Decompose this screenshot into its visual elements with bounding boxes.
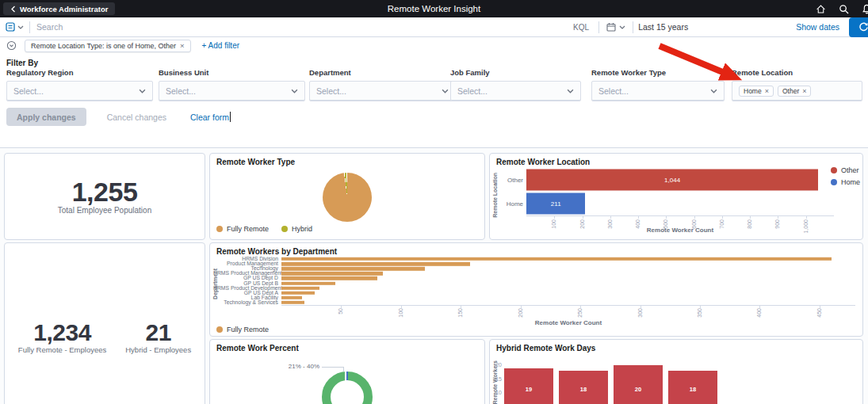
- field-label: Department: [309, 68, 456, 77]
- back-breadcrumb-label: Workforce Administrator: [20, 5, 108, 13]
- kql-toggle[interactable]: KQL: [564, 23, 598, 32]
- cancel-changes-button[interactable]: Cancel changes: [107, 112, 166, 122]
- bar[interactable]: [281, 257, 832, 261]
- legend-dot: [216, 226, 223, 232]
- job-family-select[interactable]: Select...: [450, 81, 581, 101]
- bell-icon[interactable]: [861, 3, 868, 14]
- bar[interactable]: [281, 262, 470, 265]
- chevron-left-icon: [10, 6, 16, 13]
- remote-location-select[interactable]: Home × Other ×: [732, 81, 862, 101]
- apply-changes-button[interactable]: Apply changes: [6, 108, 86, 126]
- date-picker-quick-menu[interactable]: [599, 22, 633, 32]
- bar[interactable]: [281, 276, 377, 280]
- bar[interactable]: [281, 292, 315, 295]
- pie-chart-remote-worker-type[interactable]: [323, 173, 372, 222]
- search-icon[interactable]: [838, 3, 849, 14]
- bar[interactable]: [281, 296, 302, 299]
- legend-dot: [216, 326, 223, 333]
- bar[interactable]: [281, 267, 425, 270]
- bar-value-label: 211: [526, 200, 585, 208]
- legend-item-fully-remote[interactable]: Fully Remote: [216, 225, 269, 233]
- tick-mark: [722, 216, 723, 219]
- remote-location-tag-home[interactable]: Home ×: [739, 86, 774, 97]
- department-select[interactable]: Select...: [309, 81, 456, 101]
- tick-mark: [583, 216, 583, 219]
- panel-hybrid-remote-work-days: Hybrid Remote Work Days Remote Workers 2…: [489, 339, 863, 404]
- field-label: Remote Location: [732, 68, 862, 77]
- bar-track: 1,044: [526, 168, 834, 192]
- remote-location-tag-other[interactable]: Other ×: [778, 86, 812, 97]
- metric-label: Fully Remote - Employees: [18, 345, 106, 354]
- search-input[interactable]: Search: [30, 22, 564, 32]
- refresh-icon: [858, 22, 868, 32]
- metric-value: 1,234: [33, 321, 91, 345]
- legend-label: Hybrid: [292, 225, 312, 233]
- bar[interactable]: [281, 281, 335, 284]
- bar-value-label: 20: [635, 386, 641, 393]
- chevron-down-icon: [567, 89, 574, 93]
- chevron-down-icon: [710, 89, 717, 93]
- time-range-value[interactable]: Last 15 years: [633, 22, 796, 32]
- regulatory-region-select[interactable]: Select...: [6, 81, 153, 101]
- category-label: Technology & Services: [213, 300, 278, 305]
- legend-item-fully-remote[interactable]: Fully Remote: [216, 326, 269, 333]
- legend-dot: [281, 226, 288, 232]
- x-axis-title: Remote Worker Count: [526, 227, 834, 234]
- bar-row: Home211: [501, 192, 834, 215]
- panel-remote-worker-location: Remote Worker Location Remote Location O…: [489, 153, 863, 240]
- bar[interactable]: [281, 301, 304, 304]
- legend-item-hybrid[interactable]: Hybrid: [281, 225, 312, 233]
- x-tick-label: 350: [697, 308, 702, 318]
- filter-pill-close-icon[interactable]: ×: [180, 41, 185, 50]
- bar-row: Other1,044: [501, 168, 834, 192]
- tag-close-icon[interactable]: ×: [765, 87, 769, 95]
- field-label: Regulatory Region: [6, 68, 153, 77]
- gauge-bucket-label: 21% - 40%: [256, 363, 319, 370]
- bar[interactable]: 211: [526, 193, 585, 215]
- business-unit-select[interactable]: Select...: [159, 81, 305, 101]
- filter-options-button[interactable]: [6, 40, 17, 51]
- panel-title: Remote Worker Type: [216, 158, 295, 166]
- app-screen: Workforce Administrator Remote Worker In…: [0, 0, 868, 404]
- bar-value-label: 1,044: [526, 177, 818, 184]
- chevron-down-icon: [17, 25, 24, 29]
- bar[interactable]: [614, 365, 663, 404]
- bar-track: 211: [526, 192, 834, 215]
- chevron-down-icon: [619, 25, 625, 29]
- remote-worker-type-select[interactable]: Select...: [591, 81, 725, 101]
- chevron-down-icon: [291, 89, 298, 93]
- filter-pill[interactable]: Remote Location Type: is one of Home, Ot…: [25, 40, 191, 52]
- refresh-button[interactable]: [849, 17, 868, 37]
- bar-chart-departments: HRMS DivisionProduct ManagementTechnolog…: [213, 257, 855, 305]
- select-placeholder: Select...: [13, 86, 139, 96]
- x-tick-label: 300: [637, 308, 643, 318]
- field-label: Business Unit: [159, 68, 305, 77]
- add-filter-button[interactable]: + Add filter: [202, 41, 240, 50]
- bar[interactable]: 1,044: [526, 170, 818, 191]
- bar[interactable]: [281, 286, 319, 289]
- gauge-callout-line: [343, 367, 344, 372]
- panel-title: Remote Worker Location: [496, 158, 590, 166]
- saved-query-menu-button[interactable]: [0, 22, 29, 32]
- metric-fully-remote: 1,234 Fully Remote - Employees: [18, 321, 106, 354]
- filter-group-remote-worker-type: Remote Worker Type Select...: [591, 68, 725, 101]
- clear-form-label: Clear form: [190, 112, 229, 122]
- bar-value-label: 18: [580, 386, 587, 393]
- panel-remote-workers-by-department: Remote Workers by Department Department …: [209, 242, 863, 337]
- back-breadcrumb-button[interactable]: Workforce Administrator: [3, 2, 115, 15]
- show-dates-button[interactable]: Show dates: [796, 22, 849, 32]
- tick-mark: [638, 216, 639, 219]
- clear-form-button[interactable]: Clear form: [190, 112, 231, 122]
- filter-group-department: Department Select...: [309, 68, 456, 101]
- legend-item-other[interactable]: Other: [831, 166, 859, 174]
- filter-pill-label: Remote Location Type: is one of Home, Ot…: [31, 42, 176, 50]
- filter-pill-bar: Remote Location Type: is one of Home, Ot…: [0, 37, 868, 54]
- tag-close-icon[interactable]: ×: [802, 87, 806, 95]
- legend-item-home[interactable]: Home: [831, 178, 860, 186]
- y-axis-title: Remote Location: [492, 173, 498, 218]
- select-placeholder: Select...: [457, 86, 567, 96]
- bar[interactable]: [281, 272, 383, 275]
- tick-mark: [778, 216, 778, 219]
- home-icon[interactable]: [815, 3, 826, 14]
- y-tick-label: 20: [490, 362, 502, 368]
